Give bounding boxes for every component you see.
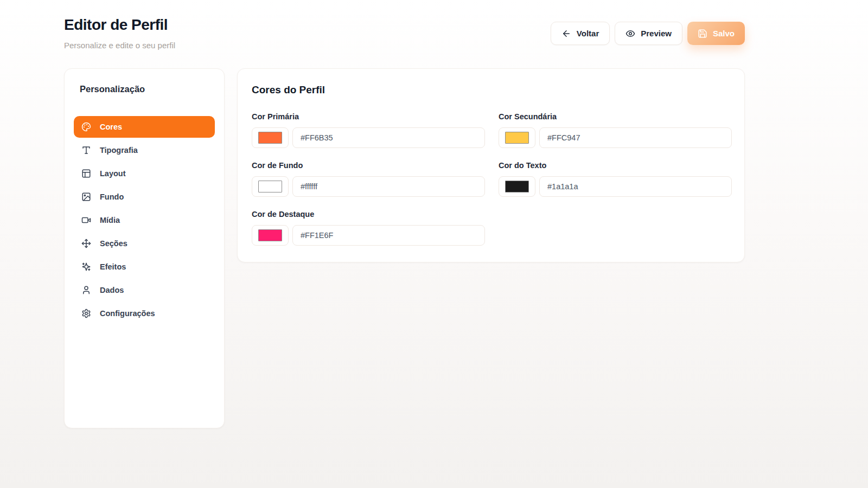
sidebar-item-secoes[interactable]: Seções: [74, 233, 215, 254]
color-swatch[interactable]: [252, 176, 289, 197]
sidebar-item-midia[interactable]: Mídia: [74, 209, 215, 231]
preview-button-label: Preview: [641, 29, 672, 38]
move-icon: [81, 239, 91, 248]
sidebar-item-fundo[interactable]: Fundo: [74, 186, 215, 208]
color-field-label: Cor de Destaque: [252, 210, 485, 219]
color-hex-input-cor-do-texto[interactable]: [539, 176, 732, 197]
sidebar-nav: Cores Tipografia Layout Fundo Mídia Seçõ…: [74, 116, 215, 324]
color-hex-input-cor-secundaria[interactable]: [539, 127, 732, 148]
sidebar-item-label: Cores: [100, 123, 122, 131]
color-swatch[interactable]: [252, 127, 289, 148]
color-hex-input-cor-de-fundo[interactable]: [292, 176, 485, 197]
color-fields-grid: Cor Primária Cor Secundária Cor de Fundo…: [252, 112, 730, 246]
sidebar-item-label: Seções: [100, 239, 127, 248]
layout-icon: [81, 169, 91, 178]
color-field-label: Cor do Texto: [499, 161, 732, 170]
back-button[interactable]: Voltar: [551, 22, 610, 45]
save-icon: [698, 29, 707, 38]
sidebar-item-tipografia[interactable]: Tipografia: [74, 139, 215, 161]
sidebar-item-label: Dados: [100, 286, 124, 294]
save-button-label: Salvo: [713, 29, 735, 38]
sidebar-item-label: Fundo: [100, 192, 124, 201]
color-field-cor-de-destaque: Cor de Destaque: [252, 210, 485, 246]
header-actions: Voltar Preview Salvo: [551, 22, 745, 45]
color-swatch[interactable]: [499, 176, 535, 197]
color-swatch[interactable]: [252, 225, 289, 246]
preview-button[interactable]: Preview: [615, 22, 682, 45]
arrow-left-icon: [561, 29, 571, 38]
sparkles-icon: [81, 262, 91, 272]
sidebar-item-efeitos[interactable]: Efeitos: [74, 256, 215, 278]
panel-title: Cores do Perfil: [252, 84, 730, 96]
profile-colors-panel: Cores do Perfil Cor Primária Cor Secundá…: [237, 68, 745, 262]
sidebar-item-layout[interactable]: Layout: [74, 163, 215, 184]
type-icon: [81, 145, 91, 155]
color-field-label: Cor Primária: [252, 112, 485, 121]
sidebar-title: Personalização: [80, 84, 215, 94]
color-field-cor-do-texto: Cor do Texto: [499, 161, 732, 197]
color-field-cor-secundaria: Cor Secundária: [499, 112, 732, 148]
sidebar-item-label: Tipografia: [100, 146, 138, 155]
color-hex-input-cor-de-destaque[interactable]: [292, 225, 485, 246]
sidebar-item-configuracoes[interactable]: Configurações: [74, 303, 215, 324]
sidebar-item-dados[interactable]: Dados: [74, 279, 215, 301]
back-button-label: Voltar: [577, 29, 599, 38]
image-icon: [81, 192, 91, 202]
sidebar-item-label: Mídia: [100, 216, 120, 224]
customization-sidebar: Personalização Cores Tipografia Layout F…: [64, 68, 225, 428]
palette-icon: [81, 122, 91, 132]
page-title: Editor de Perfil: [64, 16, 168, 34]
save-button[interactable]: Salvo: [687, 22, 745, 45]
color-hex-input-cor-primaria[interactable]: [292, 127, 485, 148]
color-field-cor-de-fundo: Cor de Fundo: [252, 161, 485, 197]
sidebar-item-cores[interactable]: Cores: [74, 116, 215, 138]
eye-icon: [626, 29, 635, 38]
profile-editor-page: Editor de Perfil Personalize e edite o s…: [0, 0, 868, 488]
color-field-label: Cor Secundária: [499, 112, 732, 121]
color-swatch[interactable]: [499, 127, 535, 148]
user-icon: [81, 285, 91, 295]
sidebar-item-label: Efeitos: [100, 262, 126, 271]
video-icon: [81, 215, 91, 225]
sidebar-item-label: Layout: [100, 169, 126, 178]
gear-icon: [81, 309, 91, 318]
color-field-cor-primaria: Cor Primária: [252, 112, 485, 148]
page-subtitle: Personalize e edite o seu perfil: [64, 41, 175, 50]
sidebar-item-label: Configurações: [100, 309, 155, 318]
color-field-label: Cor de Fundo: [252, 161, 485, 170]
